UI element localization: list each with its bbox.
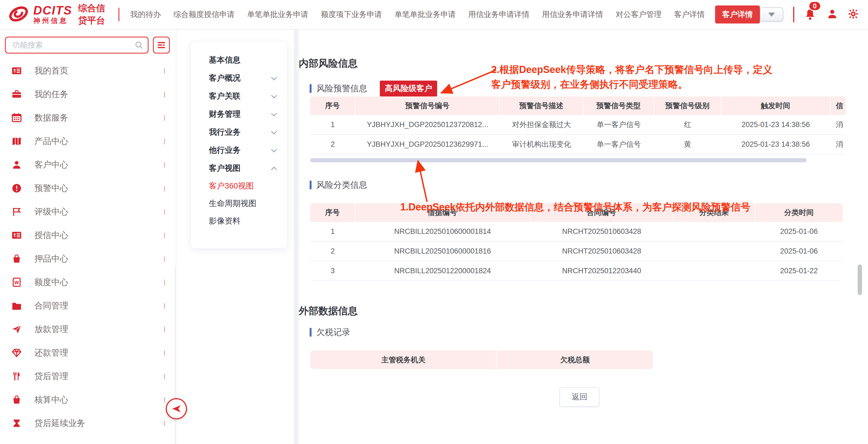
page-scrollbar-thumb[interactable] (858, 265, 862, 295)
nav-tab-loan-detail-1[interactable]: 用信业务申请详情 (468, 9, 529, 20)
high-risk-customer-badge: 高风险级客户 (380, 81, 437, 96)
table-row[interactable]: 1 YJBHYJXH_DGP20250123720812... 对外担保金额过大… (310, 115, 846, 135)
folder-icon (11, 300, 22, 312)
section-accent-bar (310, 328, 312, 336)
table-row[interactable]: 3 NRCBILL2025012200001824 NRCHT202501220… (310, 261, 843, 281)
submenu-item-lifecycle-view[interactable]: 生命周期视图 (191, 195, 287, 212)
warning-signal-table: 序号 预警信号编号 预警信号描述 预警信号类型 预警信号级别 触发时间 信 1 (310, 96, 846, 154)
app-root: DCITS 神州信息 综合信贷平台 我的待办 综合额度授信申请 单笔单批业务申请… (0, 0, 868, 444)
chevron-down-icon (164, 92, 165, 97)
menu-collapse-icon (156, 40, 166, 50)
chevron-down-icon (164, 256, 165, 262)
chevron-down-icon (164, 397, 165, 403)
sidebar-item-home[interactable]: 我的首页 (0, 59, 176, 83)
sidebar-item-accounting-center[interactable]: 核算中心 (0, 388, 176, 412)
chevron-down-icon (164, 139, 165, 144)
chevron-down-icon (164, 374, 165, 379)
brand-name: DCITS (33, 4, 72, 17)
active-tab-customer-detail[interactable]: 客户详情 (715, 5, 760, 24)
chevron-down-icon (164, 186, 165, 191)
chevron-down-icon (164, 350, 165, 356)
menu-collapse-button[interactable] (153, 37, 170, 54)
sidebar-item-data-service[interactable]: 数据服务 (0, 106, 176, 129)
section-accent-bar (310, 181, 312, 189)
header-divider (119, 8, 119, 21)
nav-tab-credit-apply[interactable]: 综合额度授信申请 (174, 9, 235, 20)
sidebar-item-tasks[interactable]: 我的任务 (0, 83, 176, 106)
function-search-input[interactable] (5, 37, 149, 54)
tax-section-header: 欠税记录 (299, 327, 868, 338)
chevron-down-icon (164, 162, 165, 168)
svg-text:W: W (14, 280, 19, 285)
sidebar-collapse-button[interactable] (166, 398, 187, 419)
sidebar-item-customer-center[interactable]: 客户中心 (0, 153, 176, 177)
table-header-row: 主管税务机关 欠税总额 (310, 351, 653, 369)
nav-tab-my-todo[interactable]: 我的待办 (130, 9, 161, 20)
sidebar-item-warning-center[interactable]: 预警中心 (0, 177, 176, 200)
submenu-item-customer-overview[interactable]: 客户概况 (191, 69, 287, 87)
table-horizontal-scrollbar[interactable] (310, 158, 807, 162)
external-data-title: 外部数据信息 (299, 304, 868, 318)
nav-tab-corp-customer-mgmt[interactable]: 对公客户管理 (616, 9, 661, 20)
table-row[interactable]: 2 YJBHYJXH_DGP20250123629971... 审计机构出现变化… (310, 135, 846, 154)
calendar-icon (11, 112, 22, 123)
chevron-down-icon (164, 233, 165, 238)
sidebar-item-collateral-center[interactable]: 押品中心 (0, 247, 176, 270)
submenu-item-finance-mgmt[interactable]: 财务管理 (191, 105, 287, 123)
table-header-row: 序号 预警信号编号 预警信号描述 预警信号类型 预警信号级别 触发时间 信 (310, 96, 846, 115)
flag-icon (11, 206, 22, 217)
submenu-item-customer-view[interactable]: 客户视图 (191, 159, 287, 177)
notifications-button[interactable]: 0 (804, 8, 817, 21)
submenu-item-customer-relation[interactable]: 客户关联 (191, 87, 287, 105)
table-row[interactable]: 2 NRCBILL2025010600001816 NRCHT202501060… (310, 241, 843, 261)
user-profile-button[interactable] (827, 8, 838, 21)
tax-arrears-table: 主管税务机关 欠税总额 (310, 351, 653, 369)
main-content: 内部风险信息 风险预警信息 高风险级客户 序号 预警信号编号 预警信号描述 预警… (299, 30, 868, 444)
classify-section-header: 风险分类信息 (299, 179, 868, 191)
brand-subtitle: 神州信息 (33, 17, 72, 25)
sidebar-item-credit-center[interactable]: 授信中心 (0, 224, 176, 247)
sidebar-item-disbursement-mgmt[interactable]: 放款管理 (0, 318, 176, 341)
sidebar-item-repayment-mgmt[interactable]: 还款管理 (0, 341, 176, 364)
submenu-item-other-bank-business[interactable]: 他行业务 (191, 141, 287, 159)
user-icon (827, 8, 838, 20)
submenu-item-customer-360-view[interactable]: 客户360视图 (191, 177, 287, 195)
submenu-item-basic-info[interactable]: 基本信息 (191, 51, 287, 69)
settings-button[interactable] (848, 8, 859, 21)
sidebar-item-rating-center[interactable]: 评级中心 (0, 200, 176, 224)
chevron-down-icon (164, 421, 165, 426)
alert-circle-icon (11, 182, 22, 194)
sidebar-item-post-loan-mgmt[interactable]: 贷后管理 (0, 364, 176, 388)
sidebar-item-limit-center[interactable]: W 额度中心 (0, 270, 176, 294)
customer-view-menu-card: 基本信息 客户概况 客户关联 财务管理 我行业务 (191, 41, 287, 249)
nav-tab-under-limit[interactable]: 额度项下业务申请 (321, 9, 382, 20)
shopping-bag-icon (11, 253, 22, 265)
risk-classification-table: 序号 借据编号 合同编号 分类结果 分类时间 1 NRCBILL20250106… (310, 203, 843, 281)
sidebar-item-product-center[interactable]: 产品中心 (0, 129, 176, 153)
briefcase-icon (11, 89, 22, 100)
table-row[interactable]: 1 NRCBILL2025010600001814 NRCHT202501060… (310, 222, 843, 241)
idcard-icon (11, 65, 22, 77)
nav-tab-single-batch-1[interactable]: 单笔单批业务申请 (247, 9, 308, 20)
notification-count-badge: 0 (808, 1, 821, 11)
tab-overflow-dropdown-button[interactable] (760, 7, 783, 22)
nav-tab-customer-detail[interactable]: 客户详情 (674, 9, 705, 20)
customer-view-panel: 基本信息 客户概况 客户关联 财务管理 我行业务 (176, 30, 294, 444)
back-button[interactable]: 返回 (559, 387, 599, 407)
chevron-down-icon (164, 68, 165, 74)
submenu-item-our-bank-business[interactable]: 我行业务 (191, 123, 287, 141)
top-header: DCITS 神州信息 综合信贷平台 我的待办 综合额度授信申请 单笔单批业务申请… (0, 0, 868, 30)
dcits-swirl-logo-icon (7, 2, 30, 27)
utensils-icon (11, 371, 22, 382)
collapse-arrow-icon (170, 403, 182, 414)
product-title: 综合信贷平台 (78, 2, 110, 27)
top-nav: 我的待办 综合额度授信申请 单笔单批业务申请 额度项下业务申请 单笔单批业务申请… (130, 9, 705, 20)
chevron-down-icon (164, 115, 165, 121)
nav-tab-loan-detail-2[interactable]: 用信业务申请详情 (542, 9, 603, 20)
sidebar-item-post-loan-continuation[interactable]: 贷后延续业务 (0, 412, 176, 435)
chevron-down-icon (271, 92, 277, 98)
nav-tab-single-batch-2[interactable]: 单笔单批业务申请 (395, 9, 456, 20)
chevron-down-icon (164, 280, 165, 285)
submenu-item-image-material[interactable]: 影像资料 (191, 212, 287, 230)
sidebar-item-contract-mgmt[interactable]: 合同管理 (0, 294, 176, 318)
